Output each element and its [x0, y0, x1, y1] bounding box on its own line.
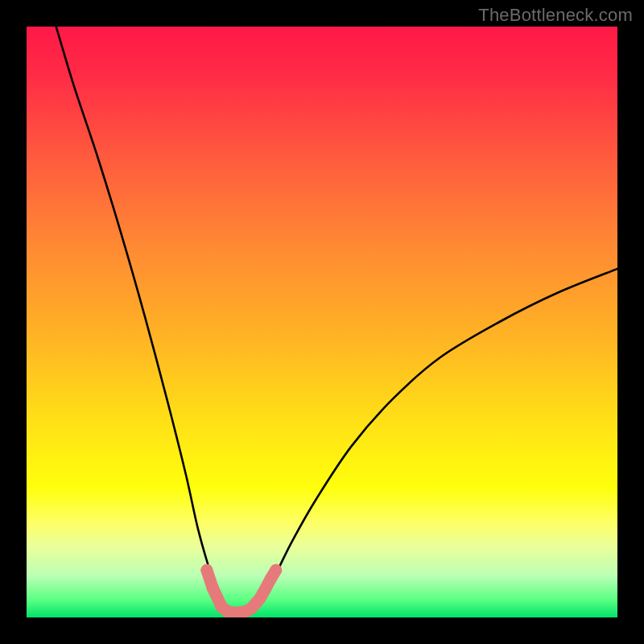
curve-layer [27, 27, 617, 617]
chart-frame: TheBottleneck.com [0, 0, 644, 644]
marker-dot [200, 564, 213, 576]
marker-dot [265, 573, 277, 585]
marker-dot [207, 582, 219, 594]
watermark-label: TheBottleneck.com [478, 5, 633, 26]
marker-group [200, 564, 282, 613]
bottleneck-curve [56, 27, 617, 614]
plot-area [27, 27, 617, 617]
